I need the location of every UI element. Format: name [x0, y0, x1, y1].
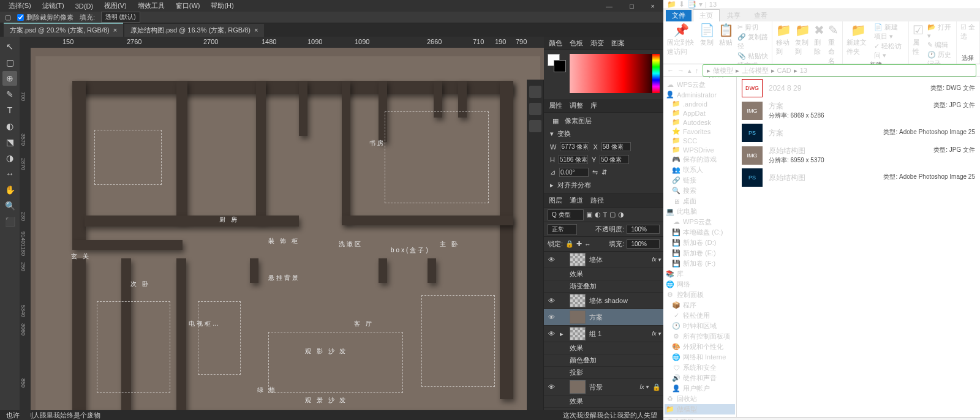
- visibility-icon[interactable]: 👁: [546, 297, 556, 304]
- tree-node[interactable]: 🌐网络和 Interne: [665, 352, 735, 362]
- x-input[interactable]: [601, 142, 631, 151]
- layer-row[interactable]: 👁墙体 shadow: [544, 293, 663, 309]
- marquee-tool-icon[interactable]: ▢: [2, 55, 17, 70]
- layer-row[interactable]: 👁背景fx ▾🔒: [544, 379, 663, 396]
- angle-input[interactable]: [559, 168, 589, 177]
- move-to-button[interactable]: 📁移动到: [776, 23, 791, 56]
- path-input[interactable]: ▸做模型 ▸上传模型 ▸CAD ▸13: [703, 64, 977, 77]
- tree-node[interactable]: ☁WPS云盘: [665, 80, 735, 90]
- pattern-tab[interactable]: 图案: [611, 39, 625, 48]
- fx-icon[interactable]: fx ▾: [639, 384, 649, 390]
- tree-node[interactable]: 🕐时钟和区域: [665, 321, 735, 331]
- delete-cropped-checkbox[interactable]: 删除裁剪的像素: [17, 13, 74, 22]
- tree-node[interactable]: 📚库: [665, 269, 735, 279]
- file-row[interactable]: DWG2024 8 29类型: DWG 文件: [737, 77, 980, 99]
- tab-view[interactable]: 查看: [748, 10, 774, 21]
- file-row[interactable]: PS原始结构图类型: Adobe Photoshop Image 25: [737, 167, 980, 189]
- menu-window[interactable]: 窗口(W): [171, 0, 205, 12]
- fg-bg-swatch-icon[interactable]: ⬛: [2, 214, 17, 229]
- tree-node[interactable]: 📁SCC: [665, 136, 735, 145]
- channels-tab[interactable]: 通道: [570, 196, 583, 205]
- layer-row[interactable]: 效果: [544, 342, 663, 354]
- visibility-icon[interactable]: 👁: [546, 256, 556, 263]
- back-icon[interactable]: ←: [667, 67, 674, 75]
- filter-icon[interactable]: T: [603, 211, 608, 219]
- copy-path-button[interactable]: 🔗 复制路径: [737, 32, 768, 51]
- layer-filter[interactable]: Q 类型: [548, 209, 584, 220]
- layer-row[interactable]: 效果: [544, 268, 663, 280]
- layer-row[interactable]: 颜色叠加: [544, 354, 663, 367]
- tree-node[interactable]: ♻回收站: [665, 394, 735, 404]
- panel-icon[interactable]: [529, 86, 541, 98]
- layer-row[interactable]: 渐变叠加: [544, 280, 663, 293]
- color-spectrum[interactable]: [570, 54, 660, 93]
- save-icon[interactable]: ⬇: [679, 0, 685, 9]
- tree-node[interactable]: ⚙控制面板: [665, 290, 735, 300]
- dodge-tool-icon[interactable]: ◑: [2, 151, 17, 165]
- hue-ramp[interactable]: [652, 54, 660, 93]
- path-tool-icon[interactable]: ↔: [2, 167, 17, 181]
- width-input[interactable]: [560, 142, 589, 151]
- crop-tool-icon[interactable]: ⊕: [2, 71, 17, 86]
- tab-home[interactable]: 主页: [693, 9, 720, 21]
- y-input[interactable]: [600, 155, 629, 164]
- tree-node[interactable]: 📦程序: [665, 300, 735, 310]
- move-tool-icon[interactable]: ↖: [2, 39, 17, 54]
- canvas[interactable]: 150 2760 2700 1480 1090 1090 2660 710 19…: [20, 37, 544, 420]
- bg-color-icon[interactable]: [554, 60, 566, 72]
- opacity-input[interactable]: 100%: [627, 225, 660, 234]
- layers-tab[interactable]: 图层: [549, 196, 562, 205]
- paste-button[interactable]: 📋粘贴: [718, 23, 734, 47]
- color-tab[interactable]: 颜色: [549, 39, 562, 48]
- menu-help[interactable]: 帮助(H): [206, 0, 238, 12]
- fx-icon[interactable]: fx ▾: [652, 331, 661, 337]
- cut-button[interactable]: ✂ 剪切: [737, 23, 758, 32]
- menu-view[interactable]: 视图(V): [99, 0, 132, 12]
- close-tab-icon[interactable]: ×: [254, 26, 258, 34]
- file-row[interactable]: IMG方案分辨率: 6869 x 5286类型: JPG 文件: [737, 99, 980, 122]
- new-folder-button[interactable]: 📁新建文件夹: [846, 23, 870, 56]
- tree-node[interactable]: 📁.android: [665, 99, 735, 108]
- pin-button[interactable]: 📌固定到快速访问: [667, 23, 696, 56]
- tree-node[interactable]: 💾新加卷 (F:): [665, 258, 735, 269]
- gradient-tool-icon[interactable]: ◐: [2, 119, 17, 133]
- tree-node[interactable]: ✓轻松使用: [665, 310, 735, 321]
- layer-row[interactable]: 👁▸组 1fx ▾: [544, 326, 663, 342]
- fx-icon[interactable]: fx ▾: [652, 257, 661, 263]
- swatch-tab[interactable]: 色板: [570, 39, 583, 48]
- menu-plugins[interactable]: 增效工具: [133, 0, 170, 12]
- menu-select[interactable]: 选择(S): [4, 0, 36, 12]
- properties-tab[interactable]: 属性: [549, 101, 562, 110]
- nav-tree[interactable]: ☁WPS云盘👤Administrator📁.android📁AppDat📁Aut…: [663, 77, 737, 417]
- tree-node[interactable]: 💾本地磁盘 (C:): [665, 227, 735, 238]
- tree-node[interactable]: 👤Administrator: [665, 90, 735, 99]
- height-input[interactable]: [559, 155, 588, 164]
- filter-kind-icon[interactable]: ▣: [586, 211, 592, 219]
- tree-node[interactable]: 👥联系人: [665, 165, 735, 175]
- file-row[interactable]: IMG原始结构图分辨率: 6959 x 5370类型: JPG 文件: [737, 144, 980, 167]
- tree-node[interactable]: ☁WPS云盘: [665, 217, 735, 227]
- collapsed-panels[interactable]: [527, 80, 544, 420]
- lock-icon[interactable]: ↔: [584, 241, 591, 248]
- close-tab-icon[interactable]: ×: [113, 26, 117, 34]
- page-icon[interactable]: 📑: [687, 0, 696, 9]
- brush-tool-icon[interactable]: ✎: [2, 87, 17, 102]
- tree-node[interactable]: 🖥桌面: [665, 196, 735, 206]
- lock-icon[interactable]: 🔒: [565, 240, 574, 248]
- layer-row[interactable]: 👁方案: [544, 309, 663, 326]
- copy-button[interactable]: 📄复制: [699, 23, 715, 47]
- flip-h-icon[interactable]: ⇋: [592, 168, 598, 176]
- visibility-icon[interactable]: 👁: [546, 313, 556, 321]
- maximize-icon[interactable]: □: [625, 1, 639, 11]
- gradient-tab[interactable]: 渐变: [590, 39, 604, 48]
- fill-input[interactable]: 100%: [627, 239, 660, 249]
- layer-row[interactable]: 效果: [544, 396, 663, 408]
- properties-button[interactable]: ☑属性: [913, 23, 924, 56]
- color-panel[interactable]: [544, 50, 663, 99]
- menu-3d[interactable]: 3D(D): [70, 1, 98, 11]
- tree-node[interactable]: 📁做模型: [665, 404, 735, 414]
- tree-node[interactable]: 💻此电脑: [665, 206, 735, 217]
- menu-filter[interactable]: 滤镜(T): [37, 0, 69, 12]
- type-tool-icon[interactable]: T: [2, 103, 17, 118]
- hand-tool-icon[interactable]: ✋: [2, 182, 17, 197]
